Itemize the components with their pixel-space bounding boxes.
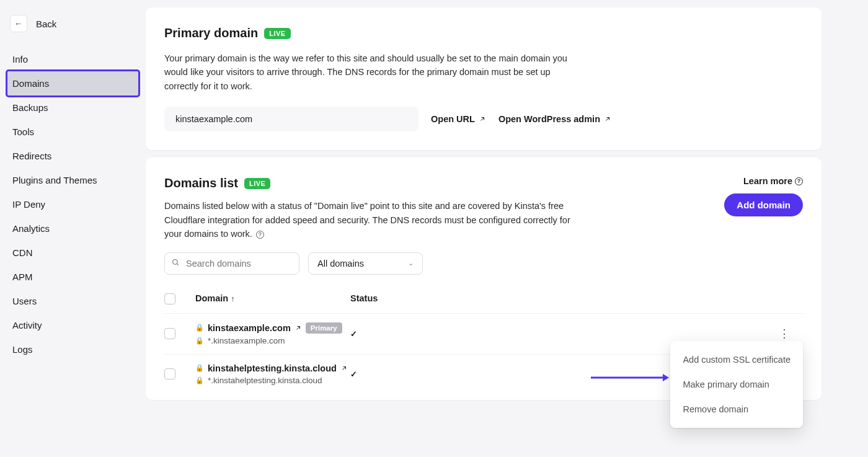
domain-name[interactable]: kinstaexample.com	[208, 323, 291, 333]
svg-point-0	[173, 259, 178, 264]
learn-more-label: Learn more	[743, 176, 792, 186]
external-link-icon	[479, 115, 486, 123]
filter-dropdown[interactable]: All domains ⌄	[308, 252, 423, 275]
open-url-link[interactable]: Open URL	[431, 114, 486, 124]
sidebar-item-cdn[interactable]: CDN	[7, 241, 138, 265]
domain-cell: 🔒 kinstahelptesting.kinsta.cloud 🔒 *.kin…	[195, 363, 350, 385]
sidebar-item-apm[interactable]: APM	[7, 265, 138, 289]
sidebar-item-users[interactable]: Users	[7, 289, 138, 313]
external-link-icon[interactable]	[294, 324, 302, 332]
status-ok-icon: ✓	[350, 329, 766, 339]
search-input[interactable]	[164, 252, 299, 275]
learn-more-link[interactable]: Learn more ?	[743, 176, 803, 186]
menu-make-primary[interactable]: Make primary domain	[670, 372, 803, 397]
live-badge: LIVE	[244, 178, 270, 189]
primary-domain-desc: Your primary domain is the way we refer …	[164, 51, 580, 93]
domains-list-panel: Domains list LIVE Domains listed below w…	[146, 158, 822, 399]
menu-remove-domain[interactable]: Remove domain	[670, 397, 803, 422]
back-button[interactable]: ←	[10, 15, 27, 32]
external-link-icon	[604, 115, 611, 123]
domain-name[interactable]: kinstahelptesting.kinsta.cloud	[208, 363, 337, 373]
col-domain-label: Domain	[195, 293, 228, 303]
sidebar-item-logs[interactable]: Logs	[7, 337, 138, 362]
lock-icon: 🔒	[195, 337, 204, 345]
sidebar-item-info[interactable]: Info	[7, 47, 138, 71]
back-row: ← Back	[7, 7, 138, 47]
svg-marker-2	[663, 374, 669, 381]
primary-domain-title: Primary domain	[164, 26, 258, 40]
sidebar-item-ip-deny[interactable]: IP Deny	[7, 192, 138, 216]
col-status[interactable]: Status	[350, 293, 766, 304]
sidebar-item-tools[interactable]: Tools	[7, 120, 138, 144]
domains-table: Domain ↑ Status 🔒 kinstaexample.com	[164, 288, 803, 394]
search-icon	[172, 259, 180, 268]
col-domain[interactable]: Domain ↑	[195, 293, 350, 304]
sidebar-item-analytics[interactable]: Analytics	[7, 216, 138, 241]
menu-add-ssl[interactable]: Add custom SSL certificate	[670, 347, 803, 372]
chevron-down-icon: ⌄	[408, 259, 414, 267]
table-row: 🔒 kinstaexample.com Primary 🔒 *.kinstaex…	[164, 314, 803, 355]
select-all-checkbox[interactable]	[164, 293, 175, 304]
sidebar-nav: Info Domains Backups Tools Redirects Plu…	[7, 47, 138, 362]
primary-domain-panel: Primary domain LIVE Your primary domain …	[146, 7, 822, 150]
lock-icon: 🔒	[195, 376, 204, 384]
sidebar-item-plugins-themes[interactable]: Plugins and Themes	[7, 168, 138, 192]
table-header: Domain ↑ Status	[164, 288, 803, 314]
sidebar: ← Back Info Domains Backups Tools Redire…	[0, 0, 146, 457]
primary-domain-value: kinstaexample.com	[164, 107, 418, 131]
open-wp-admin-link[interactable]: Open WordPress admin	[498, 114, 611, 124]
main: Primary domain LIVE Your primary domain …	[146, 0, 868, 457]
wildcard-domain: *.kinstahelptesting.kinsta.cloud	[208, 376, 322, 385]
sidebar-item-backups[interactable]: Backups	[7, 95, 138, 120]
row-actions-button[interactable]: ⋮ Add custom SSL certificate Make primar…	[766, 327, 803, 340]
sidebar-item-activity[interactable]: Activity	[7, 313, 138, 337]
primary-badge: Primary	[306, 322, 342, 334]
domain-cell: 🔒 kinstaexample.com Primary 🔒 *.kinstaex…	[195, 322, 350, 345]
sidebar-item-redirects[interactable]: Redirects	[7, 144, 138, 168]
search-domains-wrap	[164, 252, 299, 275]
back-label: Back	[36, 19, 56, 29]
info-icon: ?	[795, 177, 803, 185]
open-wp-admin-label: Open WordPress admin	[498, 114, 600, 124]
info-icon[interactable]: ?	[256, 231, 264, 239]
lock-icon: 🔒	[195, 364, 204, 372]
domains-list-desc: Domains listed below with a status of "D…	[164, 199, 580, 241]
arrow-left-icon: ←	[14, 19, 23, 29]
domains-list-desc-text: Domains listed below with a status of "D…	[164, 201, 570, 239]
add-domain-button[interactable]: Add domain	[724, 193, 803, 216]
wildcard-domain: *.kinstaexample.com	[208, 336, 285, 345]
sidebar-item-domains[interactable]: Domains	[7, 71, 138, 95]
row-checkbox[interactable]	[164, 368, 175, 379]
sort-asc-icon: ↑	[231, 295, 234, 303]
filter-label: All domains	[317, 259, 364, 268]
external-link-icon[interactable]	[340, 365, 348, 372]
lock-icon: 🔒	[195, 324, 204, 332]
domains-list-title: Domains list	[164, 176, 238, 190]
open-url-label: Open URL	[431, 114, 475, 124]
row-actions-menu: Add custom SSL certificate Make primary …	[670, 341, 803, 428]
live-badge: LIVE	[264, 28, 290, 39]
callout-arrow-icon	[590, 372, 669, 385]
row-checkbox[interactable]	[164, 328, 175, 339]
